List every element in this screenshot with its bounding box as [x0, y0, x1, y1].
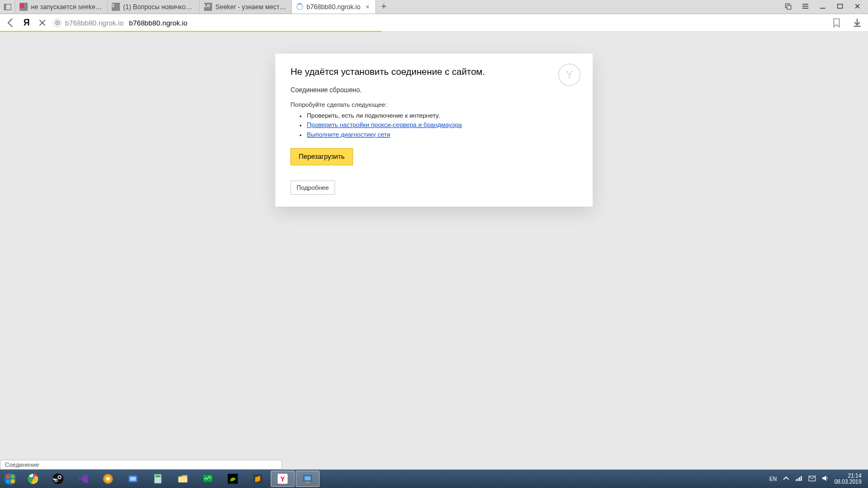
- svg-point-14: [4, 473, 17, 485]
- taskbar-sublime[interactable]: [246, 471, 270, 487]
- status-text: Соединение: [0, 460, 282, 470]
- taskbar-vmware[interactable]: [296, 471, 320, 487]
- tray-time: 21:14: [834, 473, 861, 479]
- svg-rect-16: [11, 474, 15, 478]
- svg-rect-30: [178, 477, 188, 482]
- globe-icon: [53, 18, 62, 27]
- proxy-settings-link[interactable]: Проверить настройки прокси-сервера и бра…: [307, 121, 462, 128]
- error-card: Y Не удаётся установить соединение с сай…: [276, 54, 593, 207]
- taskbar: Y EN 21:14 08.03.2019: [0, 470, 868, 488]
- menu-button[interactable]: [800, 3, 810, 11]
- suggestion-text: Проверить, есть ли подключение к интерне…: [307, 111, 578, 120]
- tray-date: 08.03.2019: [834, 479, 861, 485]
- tab-close-button[interactable]: ×: [363, 3, 371, 11]
- reload-button[interactable]: Перезагрузить: [291, 148, 353, 165]
- taskbar-steam[interactable]: [46, 471, 70, 487]
- copy-window-icon[interactable]: [782, 3, 793, 11]
- svg-rect-40: [797, 478, 799, 481]
- url-full: b768bb80.ngrok.io: [129, 19, 188, 27]
- tray-chevron-icon[interactable]: [782, 474, 790, 483]
- tab-label: Seeker - узнаем местопол: [215, 3, 287, 11]
- tab-4-active[interactable]: b768bb80.ngrok.io ×: [292, 0, 376, 14]
- tab-label: не запускается seeker — Я: [31, 3, 103, 11]
- address-bar: Я b768bb80.ngrok.io b768bb80.ngrok.io: [0, 14, 868, 32]
- svg-rect-17: [6, 479, 10, 483]
- svg-rect-15: [6, 474, 10, 478]
- loading-spinner-icon: [296, 3, 303, 10]
- yandex-logo-icon[interactable]: Я: [22, 18, 31, 28]
- yandex-browser-icon: Y: [558, 63, 581, 86]
- error-subtitle: Соединение сброшено.: [291, 86, 578, 94]
- svg-rect-42: [801, 476, 802, 481]
- new-tab-button[interactable]: +: [376, 0, 391, 14]
- tab-label: (1) Вопросы новичков и н: [123, 3, 195, 11]
- page-content: Y Не удаётся установить соединение с сай…: [0, 32, 868, 470]
- taskbar-yandex-browser[interactable]: Y: [271, 471, 295, 487]
- window-minimize-button[interactable]: [817, 3, 828, 11]
- svg-point-25: [106, 477, 110, 480]
- tray-language[interactable]: EN: [769, 476, 777, 482]
- start-button[interactable]: [0, 470, 21, 488]
- error-try-label: Попробуйте сделать следующее:: [291, 101, 578, 108]
- svg-rect-3: [787, 5, 790, 9]
- network-diagnostics-link[interactable]: Выполните диагностику сети: [307, 131, 391, 138]
- taskbar-nvidia[interactable]: [221, 471, 245, 487]
- svg-rect-39: [796, 479, 797, 481]
- downloads-button[interactable]: [852, 17, 863, 28]
- url-display[interactable]: b768bb80.ngrok.io b768bb80.ngrok.io: [53, 18, 187, 27]
- svg-rect-41: [799, 477, 800, 481]
- tab-label: b768bb80.ngrok.io: [307, 3, 360, 11]
- back-button[interactable]: [5, 17, 16, 28]
- stop-button[interactable]: [37, 17, 48, 28]
- tab-strip: Я не запускается seeker — Я 1 (1) Вопрос…: [0, 0, 868, 14]
- svg-rect-38: [305, 482, 309, 483]
- svg-rect-1: [4, 4, 6, 10]
- url-host: b768bb80.ngrok.io: [65, 19, 124, 27]
- taskbar-screenshot[interactable]: [121, 471, 145, 487]
- tab-3[interactable]: Lo Seeker - узнаем местопол: [200, 0, 292, 14]
- taskbar-visualstudio[interactable]: [71, 471, 95, 487]
- bookmark-button[interactable]: [831, 17, 842, 28]
- taskbar-mediaplayer[interactable]: [96, 471, 120, 487]
- taskbar-chrome[interactable]: [21, 471, 45, 487]
- svg-text:Y: Y: [280, 475, 285, 483]
- svg-rect-27: [130, 477, 136, 480]
- error-suggestions: Проверить, есть ли подключение к интерне…: [291, 111, 578, 139]
- site-icon: Lo: [204, 3, 212, 11]
- svg-rect-18: [11, 479, 15, 483]
- tray-clock[interactable]: 21:14 08.03.2019: [834, 473, 861, 485]
- tray-volume-icon[interactable]: [821, 474, 829, 483]
- svg-rect-8: [837, 4, 842, 8]
- taskbar-calculator[interactable]: [146, 471, 170, 487]
- svg-rect-29: [155, 476, 160, 478]
- side-panel-toggle[interactable]: [0, 0, 15, 14]
- svg-rect-37: [305, 476, 311, 480]
- site-icon: 1: [112, 3, 120, 11]
- yandex-icon: Я: [20, 3, 28, 11]
- taskbar-explorer[interactable]: [171, 471, 195, 487]
- window-maximize-button[interactable]: [834, 3, 845, 11]
- system-tray: EN 21:14 08.03.2019: [769, 473, 865, 485]
- window-close-button[interactable]: [852, 3, 863, 11]
- tray-action-icon[interactable]: [808, 474, 816, 483]
- tab-2[interactable]: 1 (1) Вопросы новичков и н: [107, 0, 200, 14]
- details-button[interactable]: Подробнее: [291, 181, 335, 195]
- tray-network-icon[interactable]: [795, 474, 803, 483]
- error-title: Не удаётся установить соединение с сайто…: [291, 67, 578, 78]
- taskbar-taskmanager[interactable]: [196, 471, 220, 487]
- tab-1[interactable]: Я не запускается seeker — Я: [15, 0, 107, 14]
